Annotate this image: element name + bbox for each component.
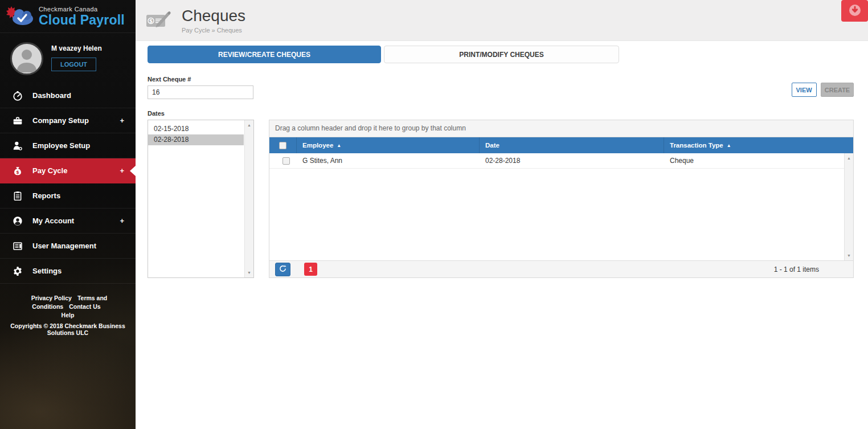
table-row[interactable]: G Stites, Ann 02-28-2018 Cheque (269, 153, 844, 169)
dashboard-icon (13, 91, 23, 101)
select-all-checkbox[interactable] (279, 142, 286, 149)
sidebar-item-label: Reports (32, 191, 60, 200)
content: REVIEW/CREATE CHEQUES PRINT/MODIFY CHEQU… (136, 41, 868, 278)
cell-transaction-type: Cheque (664, 157, 844, 165)
sidebar-item-label: User Management (32, 242, 96, 250)
download-icon (848, 3, 862, 19)
app-logo[interactable]: Checkmark Canada Cloud Payroll (0, 0, 136, 33)
column-header-date[interactable]: Date (480, 137, 664, 153)
cheque-icon: $ (145, 9, 171, 32)
sidebar-item-my-account[interactable]: My Account + (0, 209, 136, 234)
employee-icon (13, 141, 23, 151)
avatar (10, 42, 43, 75)
grid-header: Employee ▲ Date Transaction Type ▲ (269, 137, 853, 153)
select-all-cell (269, 137, 297, 153)
tab-print-modify-cheques[interactable]: PRINT/MODIFY CHEQUES (384, 46, 619, 63)
cloud-payroll-logo-icon (6, 4, 35, 29)
svg-text:$: $ (149, 18, 153, 23)
sidebar-item-settings[interactable]: Settings (0, 259, 136, 284)
sidebar-item-reports[interactable]: Reports (0, 183, 136, 209)
view-button[interactable]: VIEW (792, 83, 817, 97)
brand-small-text: Checkmark Canada (39, 6, 125, 13)
date-option-selected[interactable]: 02-28-2018 (148, 134, 244, 145)
sidebar-item-label: Company Setup (32, 116, 89, 125)
sidebar-item-user-management[interactable]: User Management (0, 234, 136, 259)
expand-plus: + (120, 216, 124, 225)
dates-label: Dates (148, 110, 854, 117)
scroll-down-icon[interactable]: ▼ (845, 254, 853, 258)
page-1-button[interactable]: 1 (304, 263, 317, 276)
column-header-transaction-type[interactable]: Transaction Type ▲ (664, 137, 844, 153)
sidebar-item-label: My Account (32, 216, 74, 225)
sort-asc-icon: ▲ (727, 143, 731, 148)
scroll-down-icon[interactable]: ▼ (245, 271, 253, 275)
dates-listbox: 02-15-2018 02-28-2018 ▲ ▼ (148, 120, 254, 278)
next-cheque-label: Next Cheque # (148, 76, 854, 83)
page-title: Cheques (182, 7, 245, 25)
refresh-button[interactable] (275, 263, 290, 276)
cell-date: 02-28-2018 (480, 157, 664, 165)
sidebar-item-employee-setup[interactable]: Employee Setup (0, 133, 136, 158)
header-scroll-spacer (844, 137, 853, 153)
sidebar-item-label: Employee Setup (32, 141, 90, 150)
grid-body: G Stites, Ann 02-28-2018 Cheque ▲ ▼ (269, 153, 853, 260)
brand-large-text: Cloud Payroll (39, 14, 125, 27)
money-bag-icon: $ (13, 166, 23, 176)
expand-plus: + (120, 116, 124, 125)
help-link[interactable]: Help (62, 312, 75, 318)
privacy-policy-link[interactable]: Privacy Policy (31, 295, 72, 301)
sidebar: Checkmark Canada Cloud Payroll M veazey … (0, 0, 136, 429)
tab-bar: REVIEW/CREATE CHEQUES PRINT/MODIFY CHEQU… (148, 46, 854, 63)
grid-scrollbar[interactable]: ▲ ▼ (844, 153, 853, 260)
refresh-icon (279, 265, 286, 274)
account-icon (13, 216, 23, 226)
sidebar-item-company-setup[interactable]: Company Setup + (0, 108, 136, 133)
breadcrumb: Pay Cycle » Cheques (182, 27, 245, 34)
sidebar-nav: Dashboard Company Setup + Employee Setup… (0, 83, 136, 284)
column-header-employee[interactable]: Employee ▲ (297, 137, 480, 153)
sidebar-item-pay-cycle[interactable]: $ Pay Cycle + (0, 158, 136, 183)
tab-review-create-cheques[interactable]: REVIEW/CREATE CHEQUES (148, 46, 381, 63)
sidebar-item-dashboard[interactable]: Dashboard (0, 83, 136, 108)
active-item-arrow (130, 166, 136, 176)
dates-scrollbar[interactable]: ▲ ▼ (244, 120, 253, 277)
briefcase-icon (13, 116, 23, 126)
date-option[interactable]: 02-15-2018 (148, 124, 244, 134)
main-area: $ Cheques Pay Cycle » Cheques REVIEW/CRE… (136, 0, 868, 429)
page-header: $ Cheques Pay Cycle » Cheques (136, 0, 868, 41)
grid-pager: 1 1 - 1 of 1 items (269, 260, 853, 277)
next-cheque-section: Next Cheque # VIEW CREATE (148, 76, 854, 99)
gear-icon (13, 266, 23, 276)
user-name: M veazey Helen (51, 44, 102, 52)
scroll-up-icon[interactable]: ▲ (845, 156, 853, 160)
pager-status: 1 - 1 of 1 items (774, 265, 819, 273)
copyright-text: Copyrights © 2018 Checkmark Business Sol… (0, 322, 136, 336)
create-button[interactable]: CREATE (821, 83, 854, 97)
expand-plus: + (120, 166, 124, 175)
clipboard-icon (13, 191, 23, 201)
download-button[interactable] (841, 0, 868, 22)
cheques-grid: Drag a column header and drop it here to… (269, 120, 854, 278)
sort-asc-icon: ▲ (337, 143, 341, 148)
logout-button[interactable]: LOGOUT (51, 58, 96, 71)
group-drop-zone[interactable]: Drag a column header and drop it here to… (269, 120, 853, 137)
next-cheque-input[interactable] (148, 85, 253, 99)
sidebar-footer: Privacy PolicyTerms and ConditionsContac… (0, 294, 136, 336)
row-checkbox[interactable] (282, 157, 290, 165)
contact-us-link[interactable]: Contact Us (69, 303, 100, 310)
user-management-icon (13, 241, 23, 251)
sidebar-item-label: Pay Cycle (32, 166, 67, 175)
profile-area: M veazey Helen LOGOUT (0, 33, 136, 83)
cell-employee: G Stites, Ann (297, 157, 480, 165)
sidebar-item-label: Settings (32, 267, 62, 275)
svg-text:$: $ (16, 169, 19, 174)
scroll-up-icon[interactable]: ▲ (245, 123, 253, 127)
sidebar-item-label: Dashboard (32, 91, 71, 100)
